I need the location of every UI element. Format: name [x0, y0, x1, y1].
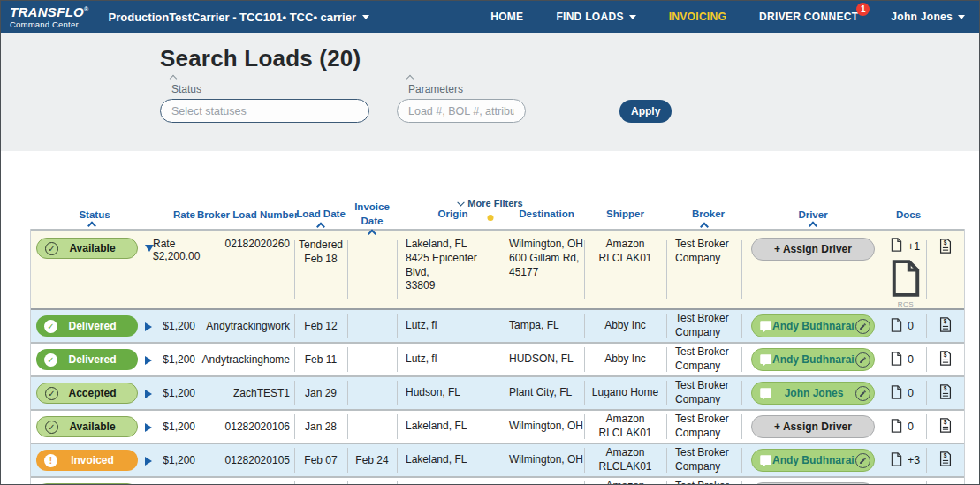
- driver-cell: + Assign Driver: [741, 231, 885, 308]
- column-header-label: Destination: [519, 208, 574, 219]
- document-icon[interactable]: [891, 238, 902, 254]
- origin-cell: Lakeland, FL: [397, 444, 500, 476]
- carrier-selector[interactable]: ProductionTestCarrier - TCC101• TCC• car…: [109, 11, 370, 24]
- transflo-logo[interactable]: TRANSFLO® Command Center: [10, 5, 89, 29]
- column-header-load-date[interactable]: Load Date: [294, 208, 347, 222]
- rate-cell: $1,200: [153, 444, 197, 476]
- load-row[interactable]: ✓ Accepted $1,200 ZachTEST1 Jan 29 Hudso…: [31, 375, 964, 409]
- broker-load-number-cell: 02182020260: [197, 231, 294, 308]
- assign-driver-button[interactable]: + Assign Driver: [751, 415, 875, 438]
- column-header-status[interactable]: Status: [31, 209, 153, 220]
- docs-count: 0: [908, 320, 914, 332]
- invoice-doc-cell: $: [926, 377, 964, 409]
- column-header-invoice-date[interactable]: Invoice Date: [347, 201, 397, 228]
- status-badge: ✓ Accepted: [36, 383, 138, 404]
- nav-find-loads[interactable]: FIND LOADS: [556, 11, 635, 23]
- shipper-cell: Amazon RLCLAK01: [584, 411, 666, 443]
- load-row[interactable]: ! Invoiced $1,200 01282020105 Feb 07 Feb…: [31, 443, 964, 476]
- document-icon[interactable]: [891, 318, 902, 335]
- load-row[interactable]: ✓ Available Rate $2,200.00 02182020260 T…: [31, 229, 964, 308]
- status-cell: ! Invoiced: [31, 444, 153, 476]
- chat-bubble-icon: [759, 353, 772, 367]
- assigned-driver-pill[interactable]: John Jones: [751, 382, 875, 405]
- assigned-driver-pill[interactable]: Andy Budhnarain: [751, 449, 875, 472]
- status-icon: ✓: [44, 353, 57, 367]
- shipper-cell: Abby Inc: [584, 344, 666, 375]
- column-header-origin[interactable]: Origin: [397, 208, 500, 221]
- nav-invoicing[interactable]: INVOICING: [669, 11, 726, 23]
- load-row[interactable]: ✓ Delivered $1,200 Andytrackinghome Feb …: [31, 342, 964, 375]
- docs-count: 0: [908, 353, 914, 366]
- column-header-broker-load-number[interactable]: Broker Load Number: [197, 209, 294, 220]
- column-header-driver[interactable]: Driver: [741, 209, 885, 220]
- apply-button[interactable]: Apply: [619, 100, 672, 123]
- document-icon[interactable]: [891, 419, 902, 436]
- broker-cell: Test Broker Company: [666, 231, 741, 308]
- invoice-date-cell: [347, 411, 397, 443]
- parameters-filter-input[interactable]: [397, 99, 526, 123]
- column-header-broker[interactable]: Broker: [666, 208, 741, 221]
- status-label: Available: [58, 421, 126, 433]
- destination-cell: Wilmington, OH: [500, 411, 584, 443]
- top-navbar: TRANSFLO® Command Center ProductionTestC…: [1, 1, 979, 33]
- status-badge: ✓ Available: [36, 416, 138, 437]
- expand-row-chevron-icon[interactable]: [145, 423, 152, 432]
- invoice-date-cell: [347, 478, 397, 485]
- rate-cell: $1,200: [153, 478, 197, 485]
- column-header-shipper[interactable]: Shipper: [584, 208, 666, 221]
- nav-user-menu[interactable]: John Jones: [891, 11, 965, 23]
- broker-cell: Test Broker Company: [666, 444, 741, 476]
- column-header-rate[interactable]: Rate: [153, 209, 197, 220]
- invoice-document-icon[interactable]: $: [939, 317, 952, 335]
- invoice-document-icon[interactable]: $: [939, 451, 952, 469]
- invoice-document-icon[interactable]: $: [939, 239, 952, 256]
- column-header-label: Invoice Date: [354, 201, 390, 226]
- shipper-cell: Amazon RLCLAK01: [584, 478, 666, 485]
- document-icon[interactable]: [891, 352, 902, 368]
- status-filter-group: Status: [160, 83, 369, 123]
- nav-home[interactable]: HOME: [490, 11, 523, 23]
- invoice-document-icon[interactable]: $: [939, 418, 952, 436]
- rate-cell: Rate $2,200.00: [153, 231, 197, 308]
- document-preview[interactable]: RCS: [891, 260, 921, 308]
- chevron-down-icon: [362, 15, 369, 19]
- expand-row-chevron-icon[interactable]: [145, 322, 152, 331]
- assign-driver-button[interactable]: + Assign Driver: [751, 238, 875, 261]
- document-icon[interactable]: [891, 385, 902, 402]
- invoice-doc-cell: $: [926, 444, 964, 476]
- logo-title: TRANSFLO®: [10, 5, 89, 19]
- assigned-driver-pill[interactable]: Andy Budhnarain: [751, 314, 875, 337]
- load-row[interactable]: ✓ Available $1,200 01282020106 Jan 28 La…: [31, 409, 964, 443]
- invoice-date-cell: Feb 24: [347, 444, 397, 476]
- load-row[interactable]: ✓ Delivered $1,200 Andytrackingwork Feb …: [31, 308, 964, 342]
- status-filter-label: Status: [171, 83, 369, 95]
- invoice-document-icon[interactable]: $: [939, 351, 952, 368]
- docs-cell: 0: [885, 411, 926, 443]
- edit-driver-icon[interactable]: [855, 352, 870, 368]
- column-header-destination[interactable]: Destination: [500, 208, 584, 221]
- edit-driver-icon[interactable]: [855, 453, 870, 468]
- status-icon: !: [44, 454, 57, 467]
- nav-driver-connect[interactable]: DRIVER CONNECT 1: [759, 11, 858, 23]
- column-header-docs[interactable]: Docs: [885, 209, 926, 220]
- status-cell: ✓ Available: [31, 231, 153, 308]
- load-date-cell: Feb 11: [294, 344, 347, 375]
- broker-load-number-cell: 01282020106: [197, 411, 294, 443]
- app-window: TRANSFLO® Command Center ProductionTestC…: [0, 0, 980, 485]
- parameters-filter-label: Parameters: [408, 83, 526, 95]
- expand-row-chevron-icon[interactable]: [145, 356, 152, 365]
- edit-driver-icon[interactable]: [855, 319, 870, 334]
- filters-panel: Search Loads (20) Status Parameters Appl…: [1, 33, 979, 151]
- expand-row-chevron-icon[interactable]: [145, 457, 152, 466]
- edit-driver-icon[interactable]: [855, 386, 870, 401]
- invoice-date-cell: [347, 344, 397, 375]
- load-row[interactable]: ✓ Available $1,200 01282020104 Jan 28 La…: [31, 476, 964, 485]
- rate-value: $1,200: [163, 421, 195, 433]
- expand-row-chevron-icon[interactable]: [145, 390, 152, 398]
- document-icon[interactable]: [891, 452, 902, 469]
- invoice-document-icon[interactable]: $: [939, 384, 952, 402]
- status-filter-input[interactable]: [160, 99, 369, 123]
- destination-cell: Wilmington, OH: [500, 478, 584, 485]
- invoice-doc-cell: $: [926, 310, 964, 342]
- assigned-driver-pill[interactable]: Andy Budhnarain: [751, 348, 875, 371]
